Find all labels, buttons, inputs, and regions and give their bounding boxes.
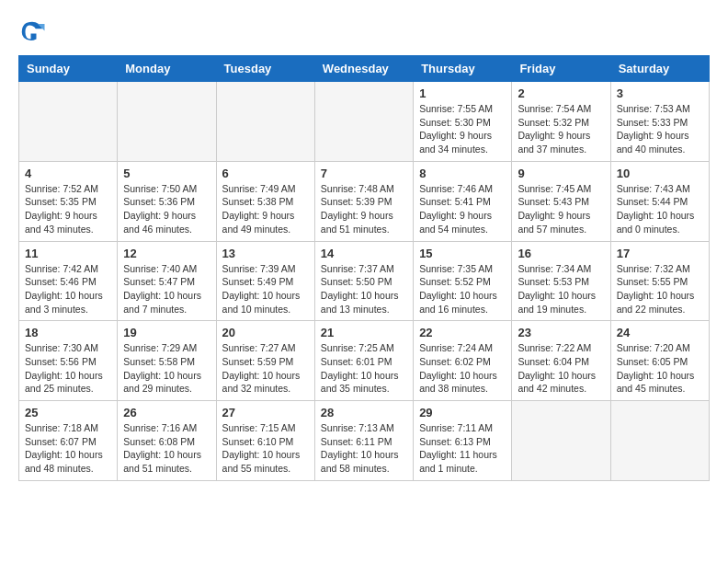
logo [18, 18, 50, 46]
calendar-cell: 29Sunrise: 7:11 AM Sunset: 6:13 PM Dayli… [414, 401, 512, 481]
day-number: 17 [617, 247, 703, 260]
day-number: 29 [419, 406, 506, 419]
day-info: Sunrise: 7:49 AM Sunset: 5:38 PM Dayligh… [222, 182, 309, 236]
calendar-table: SundayMondayTuesdayWednesdayThursdayFrid… [18, 55, 710, 481]
header-wednesday: Wednesday [314, 56, 413, 82]
header-tuesday: Tuesday [216, 56, 314, 82]
calendar-cell: 7Sunrise: 7:48 AM Sunset: 5:39 PM Daylig… [314, 161, 413, 241]
calendar-cell: 15Sunrise: 7:35 AM Sunset: 5:52 PM Dayli… [414, 241, 512, 321]
calendar-cell [19, 82, 118, 162]
day-number: 27 [222, 406, 309, 419]
calendar-cell: 17Sunrise: 7:32 AM Sunset: 5:55 PM Dayli… [610, 241, 709, 321]
day-info: Sunrise: 7:54 AM Sunset: 5:32 PM Dayligh… [518, 102, 604, 156]
calendar-week-1: 1Sunrise: 7:55 AM Sunset: 5:30 PM Daylig… [19, 82, 710, 162]
calendar-cell: 11Sunrise: 7:42 AM Sunset: 5:46 PM Dayli… [19, 241, 118, 321]
day-info: Sunrise: 7:48 AM Sunset: 5:39 PM Dayligh… [321, 182, 407, 236]
header-saturday: Saturday [610, 56, 709, 82]
calendar-cell: 20Sunrise: 7:27 AM Sunset: 5:59 PM Dayli… [216, 321, 314, 401]
calendar-cell: 13Sunrise: 7:39 AM Sunset: 5:49 PM Dayli… [216, 241, 314, 321]
day-info: Sunrise: 7:43 AM Sunset: 5:44 PM Dayligh… [617, 182, 703, 236]
header-friday: Friday [512, 56, 610, 82]
day-info: Sunrise: 7:40 AM Sunset: 5:47 PM Dayligh… [123, 262, 210, 316]
day-number: 14 [321, 247, 407, 260]
day-number: 22 [419, 326, 506, 339]
calendar-cell: 22Sunrise: 7:24 AM Sunset: 6:02 PM Dayli… [414, 321, 512, 401]
day-number: 26 [123, 406, 210, 419]
calendar-cell: 4Sunrise: 7:52 AM Sunset: 5:35 PM Daylig… [19, 161, 118, 241]
logo-icon [18, 18, 46, 46]
day-info: Sunrise: 7:20 AM Sunset: 6:05 PM Dayligh… [617, 341, 703, 396]
day-number: 25 [25, 406, 111, 419]
calendar-cell: 6Sunrise: 7:49 AM Sunset: 5:38 PM Daylig… [216, 161, 314, 241]
day-number: 3 [617, 86, 703, 100]
day-info: Sunrise: 7:18 AM Sunset: 6:07 PM Dayligh… [25, 421, 111, 476]
day-info: Sunrise: 7:24 AM Sunset: 6:02 PM Dayligh… [419, 341, 506, 396]
calendar-cell [512, 401, 610, 481]
day-info: Sunrise: 7:30 AM Sunset: 5:56 PM Dayligh… [25, 341, 111, 396]
calendar-cell: 3Sunrise: 7:53 AM Sunset: 5:33 PM Daylig… [610, 82, 709, 162]
day-info: Sunrise: 7:32 AM Sunset: 5:55 PM Dayligh… [617, 262, 703, 316]
day-info: Sunrise: 7:27 AM Sunset: 5:59 PM Dayligh… [222, 341, 309, 396]
day-info: Sunrise: 7:34 AM Sunset: 5:53 PM Dayligh… [518, 262, 604, 316]
day-info: Sunrise: 7:13 AM Sunset: 6:11 PM Dayligh… [321, 421, 407, 476]
calendar-cell: 1Sunrise: 7:55 AM Sunset: 5:30 PM Daylig… [414, 82, 512, 162]
calendar-week-4: 18Sunrise: 7:30 AM Sunset: 5:56 PM Dayli… [19, 321, 710, 401]
day-info: Sunrise: 7:15 AM Sunset: 6:10 PM Dayligh… [222, 421, 309, 476]
day-info: Sunrise: 7:46 AM Sunset: 5:41 PM Dayligh… [419, 182, 506, 236]
calendar-cell [610, 401, 709, 481]
day-number: 28 [321, 406, 407, 419]
calendar-cell: 16Sunrise: 7:34 AM Sunset: 5:53 PM Dayli… [512, 241, 610, 321]
calendar-cell [314, 82, 413, 162]
day-info: Sunrise: 7:42 AM Sunset: 5:46 PM Dayligh… [25, 262, 111, 316]
day-info: Sunrise: 7:29 AM Sunset: 5:58 PM Dayligh… [123, 341, 210, 396]
calendar-cell: 2Sunrise: 7:54 AM Sunset: 5:32 PM Daylig… [512, 82, 610, 162]
day-number: 13 [222, 247, 309, 260]
calendar-cell: 19Sunrise: 7:29 AM Sunset: 5:58 PM Dayli… [118, 321, 216, 401]
day-number: 7 [321, 167, 407, 180]
calendar-header-row: SundayMondayTuesdayWednesdayThursdayFrid… [19, 56, 710, 82]
calendar-cell: 26Sunrise: 7:16 AM Sunset: 6:08 PM Dayli… [118, 401, 216, 481]
header-monday: Monday [118, 56, 216, 82]
day-info: Sunrise: 7:16 AM Sunset: 6:08 PM Dayligh… [123, 421, 210, 476]
page-header [18, 18, 710, 46]
day-info: Sunrise: 7:11 AM Sunset: 6:13 PM Dayligh… [419, 421, 506, 476]
day-number: 18 [25, 326, 111, 339]
day-number: 6 [222, 167, 309, 180]
day-number: 24 [617, 326, 703, 339]
calendar-cell: 18Sunrise: 7:30 AM Sunset: 5:56 PM Dayli… [19, 321, 118, 401]
day-info: Sunrise: 7:45 AM Sunset: 5:43 PM Dayligh… [518, 182, 604, 236]
day-number: 9 [518, 167, 604, 180]
header-thursday: Thursday [414, 56, 512, 82]
calendar-cell: 5Sunrise: 7:50 AM Sunset: 5:36 PM Daylig… [118, 161, 216, 241]
day-number: 4 [25, 167, 111, 180]
day-info: Sunrise: 7:55 AM Sunset: 5:30 PM Dayligh… [419, 102, 506, 156]
calendar-week-3: 11Sunrise: 7:42 AM Sunset: 5:46 PM Dayli… [19, 241, 710, 321]
day-number: 2 [518, 86, 604, 100]
calendar-cell: 21Sunrise: 7:25 AM Sunset: 6:01 PM Dayli… [314, 321, 413, 401]
header-sunday: Sunday [19, 56, 118, 82]
day-number: 20 [222, 326, 309, 339]
day-number: 12 [123, 247, 210, 260]
day-number: 1 [419, 86, 506, 100]
calendar-cell [216, 82, 314, 162]
day-number: 15 [419, 247, 506, 260]
day-number: 21 [321, 326, 407, 339]
calendar-cell: 28Sunrise: 7:13 AM Sunset: 6:11 PM Dayli… [314, 401, 413, 481]
day-info: Sunrise: 7:52 AM Sunset: 5:35 PM Dayligh… [25, 182, 111, 236]
calendar-cell: 27Sunrise: 7:15 AM Sunset: 6:10 PM Dayli… [216, 401, 314, 481]
day-info: Sunrise: 7:37 AM Sunset: 5:50 PM Dayligh… [321, 262, 407, 316]
day-number: 23 [518, 326, 604, 339]
day-info: Sunrise: 7:53 AM Sunset: 5:33 PM Dayligh… [617, 102, 703, 156]
day-info: Sunrise: 7:50 AM Sunset: 5:36 PM Dayligh… [123, 182, 210, 236]
calendar-cell: 10Sunrise: 7:43 AM Sunset: 5:44 PM Dayli… [610, 161, 709, 241]
calendar-cell: 14Sunrise: 7:37 AM Sunset: 5:50 PM Dayli… [314, 241, 413, 321]
calendar-cell [118, 82, 216, 162]
day-number: 16 [518, 247, 604, 260]
day-info: Sunrise: 7:25 AM Sunset: 6:01 PM Dayligh… [321, 341, 407, 396]
day-number: 5 [123, 167, 210, 180]
calendar-cell: 23Sunrise: 7:22 AM Sunset: 6:04 PM Dayli… [512, 321, 610, 401]
calendar-cell: 9Sunrise: 7:45 AM Sunset: 5:43 PM Daylig… [512, 161, 610, 241]
day-info: Sunrise: 7:35 AM Sunset: 5:52 PM Dayligh… [419, 262, 506, 316]
calendar-cell: 24Sunrise: 7:20 AM Sunset: 6:05 PM Dayli… [610, 321, 709, 401]
day-number: 8 [419, 167, 506, 180]
